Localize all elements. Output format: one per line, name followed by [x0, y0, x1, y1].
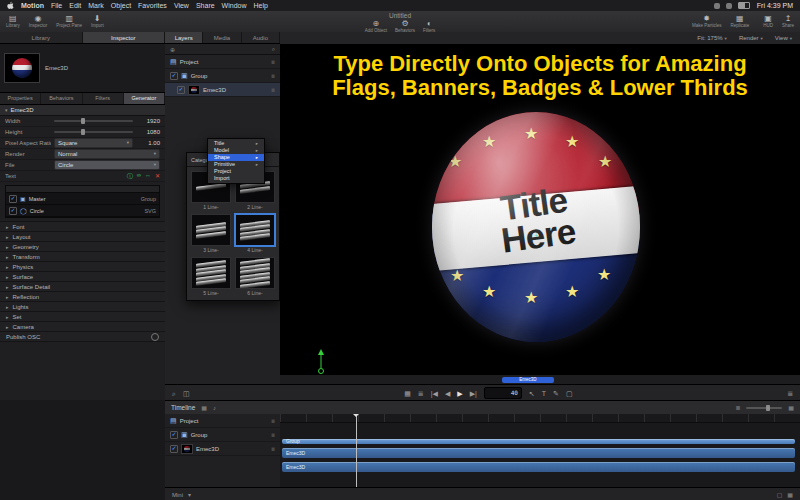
menu-file[interactable]: File: [51, 2, 62, 9]
status-icon[interactable]: [714, 3, 720, 9]
menu-motion[interactable]: Motion: [21, 2, 44, 9]
generator-group-header[interactable]: ▾ Emec3D: [0, 105, 165, 116]
audio-track-icon[interactable]: ♪: [213, 405, 216, 411]
make-particles-button[interactable]: ✸ Make Particles: [692, 15, 722, 29]
timeline-row-emec3d[interactable]: ✓ Emec3D ≣: [165, 442, 280, 456]
timeline-row-group[interactable]: ✓ ▣ Group ≣: [165, 428, 280, 442]
row-handle-icon[interactable]: ≣: [271, 446, 275, 452]
row-handle-icon[interactable]: ≣: [271, 73, 275, 79]
zoom-tool-icon[interactable]: ⌕: [172, 390, 176, 397]
section-transform[interactable]: ▸Transform: [0, 251, 165, 261]
section-surface-detail[interactable]: ▸Surface Detail: [0, 281, 165, 291]
track-options-icon[interactable]: ≣: [735, 404, 740, 411]
tab-filters[interactable]: Filters: [83, 93, 124, 104]
tab-audio[interactable]: Audio: [242, 32, 280, 43]
3d-axis-indicator[interactable]: [314, 348, 328, 374]
track-bar-emec3d-2[interactable]: Emec3D: [282, 462, 795, 472]
share-button[interactable]: ↥ Share: [782, 15, 794, 29]
menu-view[interactable]: View: [174, 2, 189, 9]
swap-icon[interactable]: ↔: [145, 172, 151, 181]
menu-edit[interactable]: Edit: [69, 2, 81, 9]
track-bar-group[interactable]: Group: [282, 439, 795, 444]
row-handle-icon[interactable]: ≣: [271, 59, 275, 65]
loop-icon[interactable]: ∞: [137, 172, 141, 181]
play-button[interactable]: ▶: [457, 390, 462, 397]
pen-tool-icon[interactable]: ✎: [553, 390, 559, 397]
section-surface[interactable]: ▸Surface: [0, 271, 165, 281]
playhead[interactable]: [356, 414, 357, 487]
timeline-track-area[interactable]: Group Emec3D Emec3D: [280, 414, 800, 487]
generator-thumb-3line[interactable]: 3 Line-: [191, 214, 231, 253]
step-back-button[interactable]: ◀: [445, 390, 450, 397]
go-to-end-button[interactable]: ▶|: [470, 390, 477, 397]
menu-item-title[interactable]: Title▸: [208, 140, 264, 147]
section-set[interactable]: ▸Set: [0, 311, 165, 321]
section-lights[interactable]: ▸Lights: [0, 301, 165, 311]
generator-thumb-5line[interactable]: 5 Line-: [191, 257, 231, 296]
row-handle-icon[interactable]: ≣: [271, 87, 275, 93]
rectangle-tool-icon[interactable]: ▢: [566, 390, 573, 397]
fit-window-icon[interactable]: ◫: [183, 390, 190, 397]
tab-properties[interactable]: Properties: [0, 93, 41, 104]
canvas-viewport[interactable]: Type Directly Onto Objects for Amazing F…: [280, 44, 800, 374]
menu-item-primitive[interactable]: Primitive▸: [208, 161, 264, 168]
tab-library[interactable]: Library: [0, 32, 83, 43]
snap-icon[interactable]: ▢: [777, 491, 783, 498]
replicate-button[interactable]: ▦ Replicate: [730, 15, 749, 29]
apple-menu-icon[interactable]: [7, 1, 14, 10]
pointer-tool-icon[interactable]: ↖: [529, 390, 535, 397]
generator-thumb-4line[interactable]: 4 Line-: [235, 214, 275, 253]
pixel-aspect-dropdown[interactable]: Square ▾: [54, 138, 133, 148]
remove-icon[interactable]: ✕: [155, 172, 160, 181]
menubar-clock[interactable]: Fri 4:39 PM: [757, 2, 793, 9]
import-button[interactable]: ⬇ Import: [91, 15, 104, 29]
checkbox-checked-icon[interactable]: ✓: [170, 445, 178, 453]
width-slider[interactable]: [54, 120, 133, 122]
checkbox-checked-icon[interactable]: ✓: [170, 431, 178, 439]
project-pane-button[interactable]: ▥ Project Pane: [56, 15, 82, 29]
media-row-circle[interactable]: ✓ ◯ Circle SVG: [6, 205, 159, 217]
row-handle-icon[interactable]: ≣: [271, 432, 275, 438]
audio-meter-icon[interactable]: ≣: [787, 390, 793, 397]
media-row-master[interactable]: ✓ ▣ Master Group: [6, 193, 159, 205]
video-track-icon[interactable]: ▦: [201, 404, 207, 411]
mini-timeline-toggle[interactable]: Mini: [172, 492, 183, 498]
section-layout[interactable]: ▸Layout: [0, 231, 165, 241]
layer-row-emec3d[interactable]: ✓ Emec3D ≣: [165, 83, 280, 97]
layer-row-project[interactable]: ▤ Project ≣: [165, 55, 280, 69]
section-camera[interactable]: ▸Camera: [0, 321, 165, 331]
tab-layers[interactable]: Layers: [165, 32, 203, 43]
zoom-level-dropdown[interactable]: Fit: 175%▾: [697, 35, 727, 41]
render-menu-dropdown[interactable]: Render▾: [739, 35, 763, 41]
height-slider[interactable]: [54, 131, 133, 133]
info-icon[interactable]: ⓘ: [127, 172, 133, 181]
view-menu-dropdown[interactable]: View▾: [775, 35, 792, 41]
row-handle-icon[interactable]: ≣: [271, 418, 275, 424]
section-geometry[interactable]: ▸Geometry: [0, 241, 165, 251]
tab-generator[interactable]: Generator: [124, 93, 165, 104]
menu-mark[interactable]: Mark: [88, 2, 104, 9]
pixel-aspect-value[interactable]: 1.00: [136, 140, 160, 146]
menu-item-import[interactable]: Import: [208, 175, 264, 182]
checkbox-checked-icon[interactable]: ✓: [177, 86, 185, 94]
tab-media[interactable]: Media: [203, 32, 241, 43]
menu-window[interactable]: Window: [222, 2, 247, 9]
tab-inspector[interactable]: Inspector: [83, 32, 166, 43]
grid-icon[interactable]: ▦: [787, 491, 793, 498]
tab-behaviors[interactable]: Behaviors: [41, 93, 82, 104]
timeline-title[interactable]: Timeline: [171, 404, 195, 411]
menu-share[interactable]: Share: [196, 2, 215, 9]
render-dropdown[interactable]: Normal ▾: [54, 149, 160, 159]
search-icon[interactable]: ⌕: [272, 46, 275, 53]
track-bar-emec3d[interactable]: Emec3D: [282, 448, 795, 458]
library-button[interactable]: ▤ Library: [6, 15, 20, 29]
battery-icon[interactable]: [738, 2, 750, 9]
section-physics[interactable]: ▸Physics: [0, 261, 165, 271]
publish-osc-row[interactable]: Publish OSC: [0, 331, 165, 342]
timeline-row-project[interactable]: ▤ Project ≣: [165, 414, 280, 428]
height-value[interactable]: 1080: [136, 129, 160, 135]
inspector-button[interactable]: ◉ Inspector: [29, 15, 48, 29]
generator-thumb-6line[interactable]: 6 Line-: [235, 257, 275, 296]
checkbox-checked-icon[interactable]: ✓: [170, 72, 178, 80]
frame-counter[interactable]: 40: [484, 387, 522, 399]
